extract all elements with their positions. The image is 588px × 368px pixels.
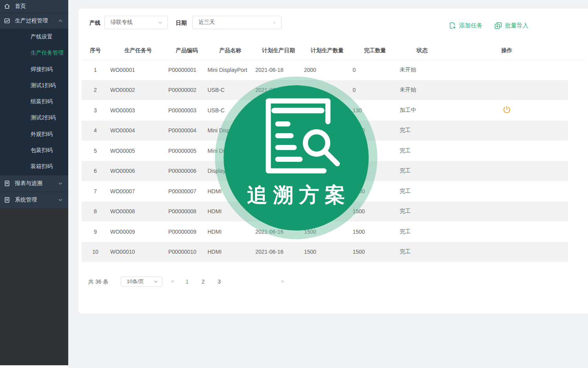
sidebar-subitem[interactable]: 组装扫码 [0,93,68,110]
table-cell: 完工 [399,188,446,195]
table-cell: 9 [82,229,109,235]
column-header: 操作 [446,47,568,54]
table-cell: 3 [82,107,109,114]
sidebar-subitem[interactable]: 测试1扫码 [0,77,68,93]
table-cell: WO00009 [109,229,167,235]
table-cell: Mini DisplayPort [206,67,254,73]
sidebar: 首页 生产过程管理 产线设置生产任务管理焊接扫码测试1扫码组装扫码测试2扫码外观… [0,0,68,365]
page-number-2[interactable]: 2 [199,276,208,287]
home-icon [4,3,10,9]
table-cell: 2021-06-17 [254,148,303,154]
table-cell: WO00008 [109,208,167,214]
table-cell: 7 [82,188,109,194]
table-cell: 加工中 [399,107,446,114]
table-cell: HDMI [206,229,254,235]
process-icon [4,18,10,24]
table-cell: P00000009 [167,229,206,235]
table-cell: P00000002 [167,87,206,93]
table-cell: 10 [82,249,109,255]
table-cell: 1 [82,67,109,73]
date-filter-select[interactable]: 近三天 [192,16,282,29]
sidebar-subitem[interactable]: 测试2扫码 [0,110,68,126]
table-cell: 完工 [399,208,446,215]
next-page-button[interactable]: > [279,276,286,287]
prev-page-button[interactable]: < [169,276,177,287]
page-size-select[interactable]: 10条/页 [121,276,162,287]
sidebar-item-system-group[interactable]: 系统管理 [0,192,68,208]
table-cell: 1500 [351,127,399,134]
table-cell: WO00001 [109,67,167,73]
sidebar-item-home[interactable]: 首页 [0,0,68,13]
page-number-3[interactable]: 3 [215,276,224,287]
chevron-down-icon [158,20,163,25]
sidebar-subitem[interactable]: 焊接扫码 [0,61,68,77]
table-cell: 1500 [303,107,351,114]
column-header: 产品名称 [206,47,254,54]
table-cell: WO00007 [109,188,167,194]
table-cell: P00000003 [167,107,206,114]
table-cell: 1500 [303,229,351,235]
table-cell: HDMI [206,188,254,194]
sidebar-item-process-group[interactable]: 生产过程管理 [0,13,68,29]
table-cell: 完工 [399,127,446,134]
table-cell: 2021-06-17 [254,127,303,134]
sidebar-subitem[interactable]: 产线设置 [0,29,68,45]
table-row: 9WO00009P00000009HDMI2021-06-1615001500完… [82,222,568,242]
table-cell: 1500 [351,229,399,235]
power-icon[interactable] [502,105,511,114]
chevron-down-icon [58,198,63,202]
sidebar-subitem[interactable]: 外观扫码 [0,126,68,142]
table-cell: WO00002 [109,87,167,93]
sidebar-subitem[interactable]: 包装扫码 [0,142,68,158]
sidebar-subitem[interactable]: 生产任务管理 [0,45,68,61]
sidebar-item-label: 生产过程管理 [15,17,58,24]
date-filter-label: 日期 [176,20,187,27]
batch-import-label: 批量导入 [505,22,528,29]
batch-import-button[interactable]: 批量导入 [494,22,528,29]
table-cell: 1500 [303,127,351,134]
table-cell: 1500 [303,249,351,255]
pagination-total: 共 36 条 [88,276,108,287]
chevron-up-icon [58,18,63,23]
table-cell: 0 [351,67,399,73]
table-cell: HDMI [206,249,254,255]
pagination: 共 36 条 10条/页 < 123 > [78,276,588,287]
table-cell: 2021-06-18 [254,67,303,73]
table-cell: 2021-06-16 [254,208,303,214]
table-cell: 1500 [351,208,399,214]
line-filter-value: 绿联专线 [105,19,158,26]
table-cell: 2000 [303,67,351,73]
table-row: 5WO00005P00000005Mini DisplayPort2021-06… [82,141,568,161]
sidebar-item-label: 系统管理 [15,196,58,203]
table-cell: WO00010 [109,249,167,255]
table-cell: USB-C [206,107,254,114]
table-cell: P00000008 [167,208,206,214]
table-cell: 完工 [399,228,446,235]
add-task-button[interactable]: 添加任务 [449,22,482,29]
table-cell: 2021-06-16 [254,229,303,235]
app-window: 首页 生产过程管理 产线设置生产任务管理焊接扫码测试1扫码组装扫码测试2扫码外观… [0,0,588,368]
table-row: 2WO00002P00000002USB-C2021-06-1820000未开始 [82,80,568,101]
table-row: 6WO00006P00000006DisplayPort2021-06-1715… [82,161,568,181]
table-cell: 完工 [399,248,446,255]
batch-import-icon [494,22,502,29]
table-cell: 1500 [351,249,399,255]
table-cell: 5 [82,148,109,154]
chevron-down-icon [153,279,158,284]
table-cell: 1500 [303,148,351,154]
table-cell: 1500 [351,188,399,194]
table-cell: 2021-06-18 [254,87,303,93]
table-cell: 1500 [303,168,351,174]
sidebar-subitem[interactable]: 装箱扫码 [0,158,68,174]
table-cell: WO00005 [109,148,167,154]
table-cell: 1500 [351,168,399,174]
table-cell: WO00006 [109,168,167,174]
sidebar-item-reports-group[interactable]: 报表与追溯 [0,175,68,192]
table-row: 7WO00007P00000007HDMI2021-06-1615001500完… [82,181,568,201]
page-number-1[interactable]: 1 [183,276,191,287]
table-row: 1WO00001P00000001Mini DisplayPort2021-06… [82,60,568,80]
line-filter-select[interactable]: 绿联专线 [104,16,168,29]
main-panel: 产线 绿联专线 日期 近三天 添加任务 批量导入 [78,9,588,313]
table-cell: 2000 [303,87,351,93]
table-cell: 未开始 [399,66,446,73]
